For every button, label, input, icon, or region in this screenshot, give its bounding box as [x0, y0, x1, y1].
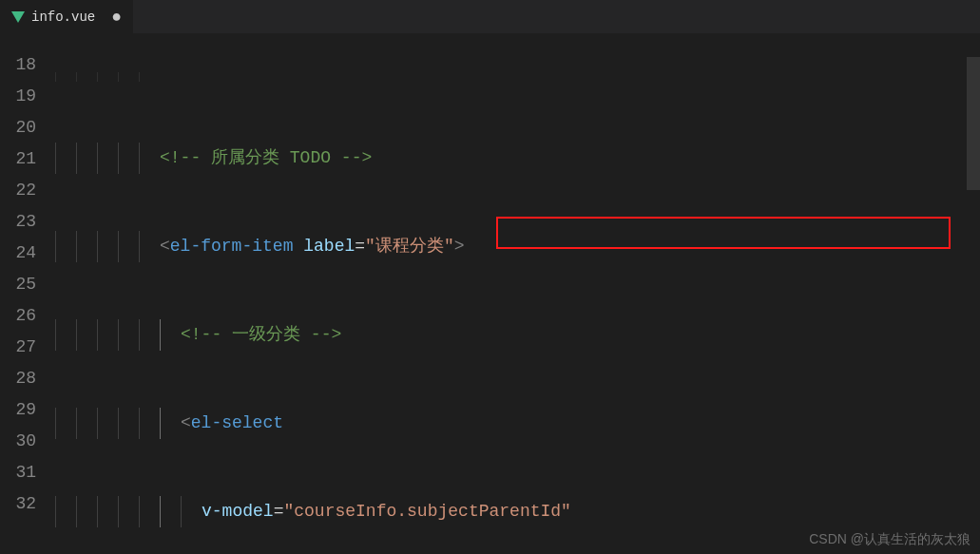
code-line: <el-select [55, 408, 980, 439]
vue-file-icon [11, 10, 25, 24]
code-line: <!-- 一级分类 --> [55, 319, 980, 351]
tabs-bar: info.vue ● [0, 0, 980, 34]
line-no: 27 [0, 332, 36, 363]
vertical-scrollbar[interactable] [967, 34, 980, 554]
editor-area[interactable]: 18 19 20 21 22 23 24 25 26 27 28 29 30 3… [0, 34, 980, 554]
code-line: <!-- 所属分类 TODO --> [55, 143, 980, 174]
line-no: 29 [0, 394, 36, 426]
line-no: 19 [0, 81, 36, 112]
line-no: 22 [0, 175, 36, 206]
line-no: 30 [0, 426, 36, 457]
code-line: v-model="courseInfo.subjectParentId" [55, 496, 980, 527]
dirty-indicator-icon: ● [111, 9, 122, 26]
line-no: 20 [0, 112, 36, 143]
code-content[interactable]: <!-- 所属分类 TODO --> <el-form-item label="… [55, 34, 980, 554]
code-line: <el-form-item label="课程分类"> [55, 231, 980, 262]
line-no: 23 [0, 206, 36, 238]
line-no: 31 [0, 457, 36, 488]
watermark: CSDN @认真生活的灰太狼 [809, 531, 970, 548]
line-gutter: 18 19 20 21 22 23 24 25 26 27 28 29 30 3… [0, 34, 55, 554]
line-no: 28 [0, 363, 36, 394]
line-no: 18 [0, 49, 36, 81]
line-no: 21 [0, 143, 36, 175]
line-no: 26 [0, 300, 36, 332]
line-no: 25 [0, 269, 36, 300]
code-line [55, 72, 980, 82]
line-no: 24 [0, 238, 36, 269]
scrollbar-thumb[interactable] [967, 57, 980, 190]
line-no: 32 [0, 488, 36, 520]
tab-label: info.vue [31, 10, 95, 25]
tab-info-vue[interactable]: info.vue ● [0, 0, 133, 33]
